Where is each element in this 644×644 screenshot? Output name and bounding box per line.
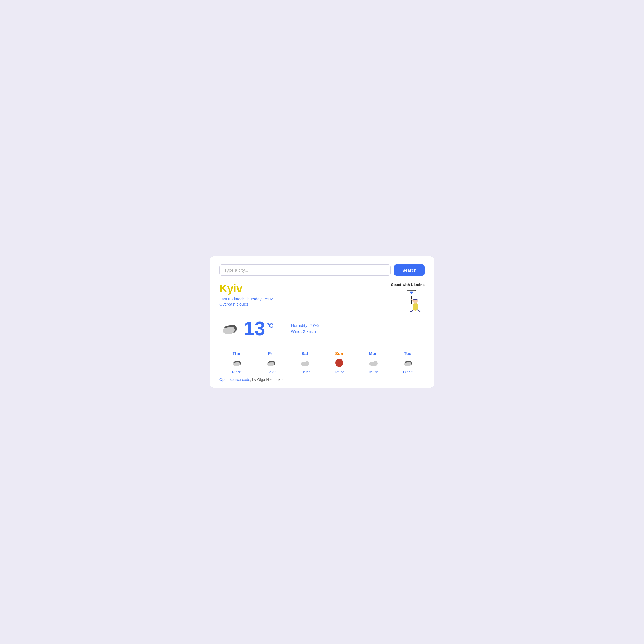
forecast-day-fri: Fri 13° 8° bbox=[254, 351, 288, 374]
forecast-temps-mon: 16° 6° bbox=[368, 370, 379, 374]
forecast-temps-tue: 17° 9° bbox=[403, 370, 413, 374]
search-row: Search bbox=[219, 265, 425, 276]
forecast-icon-fri bbox=[266, 358, 276, 367]
forecast-icon-mon bbox=[368, 358, 379, 367]
city-name: Kyiv bbox=[219, 283, 273, 295]
temperature-unit: °C bbox=[267, 322, 274, 329]
svg-point-24 bbox=[301, 362, 305, 366]
forecast-temps-fri: 13° 8° bbox=[266, 370, 276, 374]
forecast-icon-sun bbox=[335, 358, 343, 367]
svg-point-16 bbox=[237, 362, 240, 365]
ukraine-section: Stand with Ukraine bbox=[391, 283, 425, 314]
svg-point-34 bbox=[408, 362, 411, 365]
current-weather-icon bbox=[219, 321, 240, 336]
footer-credit: , by Olga Nikolenko bbox=[250, 377, 283, 382]
forecast-day-name-sat: Sat bbox=[302, 351, 308, 356]
forecast-day-sat: Sat 13° 6° bbox=[288, 351, 322, 374]
sun-icon bbox=[335, 359, 343, 367]
ukraine-label: Stand with Ukraine bbox=[391, 283, 425, 287]
open-source-link[interactable]: Open-source code bbox=[219, 377, 250, 382]
forecast-day-tue: Tue 17° 9° bbox=[390, 351, 425, 374]
forecast-temps-sat: 13° 6° bbox=[300, 370, 310, 374]
weather-description: Overcast clouds bbox=[219, 302, 273, 306]
svg-point-33 bbox=[404, 363, 407, 365]
weather-card: Search Kyiv Last updated: Thursday 15:02… bbox=[210, 256, 434, 388]
search-input[interactable] bbox=[219, 265, 391, 276]
svg-point-9 bbox=[223, 328, 228, 333]
forecast-day-thu: Thu 13° 9° bbox=[219, 351, 254, 374]
weather-details: Humidity: 77% Wind: 2 km/h bbox=[291, 323, 319, 334]
footer: Open-source code, by Olga Nikolenko bbox=[219, 377, 425, 382]
app-container: Search Kyiv Last updated: Thursday 15:02… bbox=[0, 0, 644, 644]
current-weather: 13 °C Humidity: 77% Wind: 2 km/h bbox=[219, 319, 425, 338]
forecast-day-name-fri: Fri bbox=[268, 351, 273, 356]
forecast-day-mon: Mon 16° 6° bbox=[356, 351, 390, 374]
city-header: Kyiv Last updated: Thursday 15:02 Overca… bbox=[219, 283, 425, 314]
forecast-day-name-mon: Mon bbox=[369, 351, 378, 356]
city-info: Kyiv Last updated: Thursday 15:02 Overca… bbox=[219, 283, 273, 306]
forecast-day-sun: Sun 13° 5° bbox=[322, 351, 356, 374]
humidity-display: Humidity: 77% bbox=[291, 323, 319, 328]
forecast-temps-sun: 13° 5° bbox=[334, 370, 344, 374]
forecast-temps-thu: 13° 9° bbox=[231, 370, 242, 374]
temperature-display: 13 bbox=[244, 319, 265, 338]
forecast-day-name-thu: Thu bbox=[233, 351, 241, 356]
forecast-day-name-sun: Sun bbox=[335, 351, 343, 356]
forecast-icon-sat bbox=[300, 358, 310, 367]
svg-point-10 bbox=[228, 327, 235, 333]
svg-point-22 bbox=[271, 362, 274, 365]
svg-point-28 bbox=[373, 361, 378, 366]
svg-point-25 bbox=[305, 361, 309, 366]
svg-point-15 bbox=[233, 363, 236, 365]
wind-display: Wind: 2 km/h bbox=[291, 329, 319, 334]
forecast-row: Thu 13° 9° Fri bbox=[219, 346, 425, 374]
forecast-icon-thu bbox=[231, 358, 242, 367]
last-updated: Last updated: Thursday 15:02 bbox=[219, 297, 273, 301]
forecast-day-name-tue: Tue bbox=[404, 351, 411, 356]
forecast-icon-tue bbox=[403, 358, 413, 367]
svg-point-27 bbox=[369, 362, 373, 366]
search-button[interactable]: Search bbox=[394, 265, 425, 276]
svg-point-21 bbox=[267, 363, 270, 365]
ukraine-illustration bbox=[395, 288, 421, 314]
